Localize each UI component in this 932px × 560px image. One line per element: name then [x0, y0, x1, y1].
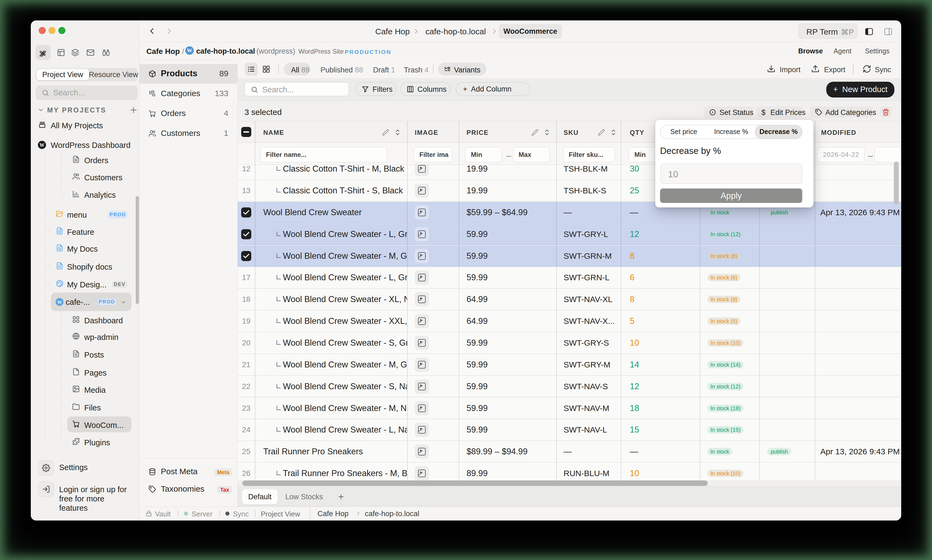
svg-text:W: W: [40, 142, 45, 148]
svg-text:W: W: [187, 48, 193, 53]
svg-text:W: W: [57, 300, 62, 305]
